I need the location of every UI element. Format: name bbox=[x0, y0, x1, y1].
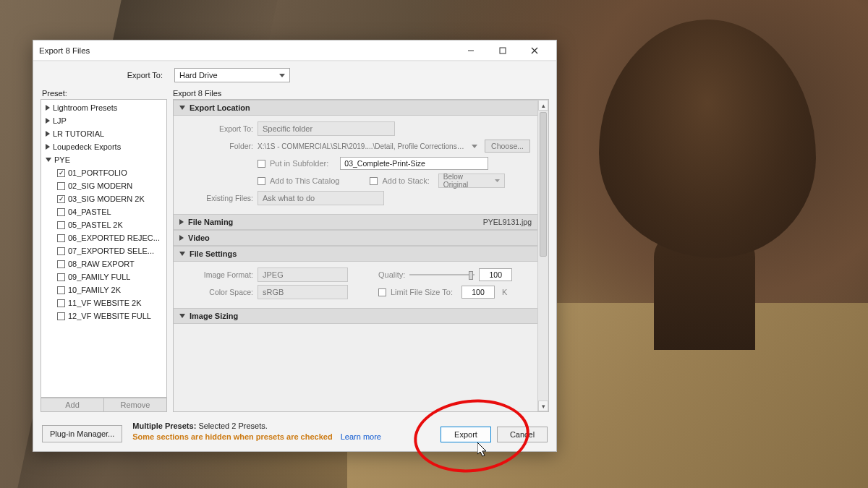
preset-item[interactable]: 06_EXPORTED REJEC... bbox=[41, 231, 166, 244]
chevron-right-icon bbox=[179, 219, 184, 225]
checkbox-icon[interactable] bbox=[57, 299, 65, 307]
checkbox-icon[interactable] bbox=[57, 169, 65, 177]
preset-group[interactable]: Loupedeck Exports bbox=[41, 140, 166, 153]
preset-listbox[interactable]: Lightroom Presets LJP LR TUTORIAL Louped… bbox=[41, 99, 167, 398]
stack-position-select[interactable]: Below Original bbox=[438, 174, 505, 188]
chevron-down-icon bbox=[495, 179, 500, 182]
svg-rect-1 bbox=[500, 48, 506, 53]
preset-group[interactable]: LJP bbox=[41, 114, 166, 127]
preset-heading: Preset: bbox=[41, 89, 167, 98]
limit-filesize-checkbox[interactable] bbox=[378, 288, 386, 296]
checkbox-icon[interactable] bbox=[57, 260, 65, 268]
quality-slider[interactable] bbox=[409, 270, 475, 280]
chevron-down-icon bbox=[279, 74, 285, 77]
preset-item[interactable]: 04_PASTEL bbox=[41, 205, 166, 218]
existing-files-select[interactable]: Ask what to do bbox=[258, 191, 384, 205]
quality-input[interactable]: 100 bbox=[479, 268, 512, 281]
chevron-right-icon bbox=[179, 235, 184, 241]
checkbox-icon[interactable] bbox=[57, 247, 65, 255]
preset-group[interactable]: PYE bbox=[41, 153, 166, 166]
checkbox-icon[interactable] bbox=[57, 273, 65, 281]
chevron-down-icon bbox=[179, 314, 185, 318]
titlebar: Export 8 Files bbox=[33, 40, 556, 61]
export-to-label: Export To: bbox=[41, 71, 167, 80]
settings-pane: Export 8 Files Export Location Export To… bbox=[173, 89, 549, 412]
close-button[interactable] bbox=[519, 43, 550, 59]
limit-filesize-input[interactable]: 100 bbox=[461, 286, 495, 299]
svg-marker-5 bbox=[472, 145, 477, 148]
add-to-stack-checkbox[interactable] bbox=[370, 177, 378, 185]
folder-label: Folder: bbox=[181, 142, 253, 150]
export-to-field-label: Export To: bbox=[181, 124, 253, 133]
export-dialog: Export 8 Files Export To: Hard Drive Pre… bbox=[33, 40, 557, 452]
scroll-down-icon[interactable]: ▾ bbox=[538, 401, 548, 411]
choose-folder-button[interactable]: Choose... bbox=[485, 140, 530, 153]
preset-item[interactable]: 09_FAMILY FULL bbox=[41, 270, 166, 283]
put-in-subfolder-label: Put in Subfolder: bbox=[270, 159, 328, 168]
export-to-value: Hard Drive bbox=[179, 71, 218, 80]
checkbox-icon[interactable] bbox=[57, 286, 65, 294]
preset-item[interactable]: 02_SIG MODERN bbox=[41, 179, 166, 192]
footer-message: Multiple Presets: Selected 2 Presets. So… bbox=[132, 421, 430, 442]
preset-item[interactable]: 03_SIG MODERN 2K bbox=[41, 192, 166, 205]
quality-label: Quality: bbox=[378, 270, 405, 279]
preset-sidebar: Preset: Lightroom Presets LJP LR TUTORIA… bbox=[41, 89, 167, 412]
minimize-button[interactable] bbox=[455, 43, 487, 59]
window-title: Export 8 Files bbox=[39, 46, 455, 55]
section-body-export-location: Export To: Specific folder Folder: X:\1S… bbox=[174, 116, 537, 214]
add-preset-button[interactable]: Add bbox=[41, 398, 104, 412]
add-to-catalog-checkbox[interactable] bbox=[258, 177, 265, 185]
checkbox-icon[interactable] bbox=[57, 195, 65, 203]
export-to-folder-select[interactable]: Specific folder bbox=[258, 121, 395, 136]
export-to-select[interactable]: Hard Drive bbox=[174, 68, 290, 82]
learn-more-link[interactable]: Learn more bbox=[341, 432, 381, 441]
section-header-file-naming[interactable]: File Naming PYEL9131.jpg bbox=[174, 214, 537, 230]
preset-item[interactable]: 11_VF WEBSITE 2K bbox=[41, 296, 166, 309]
preset-item[interactable]: 10_FAMILY 2K bbox=[41, 283, 166, 296]
checkbox-icon[interactable] bbox=[57, 312, 65, 320]
settings-scrollbar[interactable]: ▴ ▾ bbox=[537, 100, 548, 411]
export-to-row: Export To: Hard Drive bbox=[33, 61, 556, 89]
checkbox-icon[interactable] bbox=[57, 221, 65, 229]
settings-scroll: Export Location Export To: Specific fold… bbox=[173, 99, 549, 412]
preset-group[interactable]: Lightroom Presets bbox=[41, 101, 166, 114]
section-body-file-settings: Image Format: JPEG Quality: bbox=[174, 262, 537, 308]
checkbox-icon[interactable] bbox=[57, 208, 65, 216]
subfolder-input[interactable]: 03_Complete-Print-Size bbox=[340, 157, 488, 170]
section-header-image-sizing[interactable]: Image Sizing bbox=[174, 308, 537, 324]
chevron-down-icon bbox=[179, 252, 185, 256]
folder-path: X:\1S - COMMERCIAL\SLR\2019....\Detail, … bbox=[258, 142, 464, 150]
preset-item[interactable]: 08_RAW EXPORT bbox=[41, 257, 166, 270]
maximize-button[interactable] bbox=[487, 43, 519, 59]
plugin-manager-button[interactable]: Plug-in Manager... bbox=[42, 425, 122, 442]
preset-item[interactable]: 12_VF WEBSITE FULL bbox=[41, 309, 166, 322]
checkbox-icon[interactable] bbox=[57, 234, 65, 242]
cancel-button[interactable]: Cancel bbox=[497, 427, 548, 442]
chevron-down-icon[interactable] bbox=[472, 145, 477, 148]
preset-item[interactable]: 01_PORTFOLIO bbox=[41, 166, 166, 179]
svg-marker-4 bbox=[279, 74, 285, 77]
export-button[interactable]: Export bbox=[441, 427, 491, 442]
existing-files-label: Existing Files: bbox=[181, 194, 253, 202]
image-format-select[interactable]: JPEG bbox=[258, 267, 348, 282]
color-space-label: Color Space: bbox=[181, 288, 253, 296]
scroll-up-icon[interactable]: ▴ bbox=[538, 100, 548, 111]
section-header-export-location[interactable]: Export Location bbox=[174, 100, 537, 116]
section-header-video[interactable]: Video bbox=[174, 230, 537, 246]
limit-filesize-label: Limit File Size To: bbox=[391, 288, 453, 296]
scroll-thumb[interactable] bbox=[540, 112, 547, 257]
remove-preset-button[interactable]: Remove bbox=[103, 398, 167, 412]
dialog-footer: Plug-in Manager... Multiple Presets: Sel… bbox=[33, 415, 556, 451]
add-to-catalog-label: Add to This Catalog bbox=[270, 176, 339, 185]
checkbox-icon[interactable] bbox=[57, 182, 65, 190]
section-header-file-settings[interactable]: File Settings bbox=[174, 246, 537, 262]
put-in-subfolder-checkbox[interactable] bbox=[258, 160, 265, 168]
color-space-select[interactable]: sRGB bbox=[258, 285, 348, 299]
preset-item[interactable]: 05_PASTEL 2K bbox=[41, 218, 166, 231]
limit-filesize-unit: K bbox=[502, 288, 507, 296]
preset-group[interactable]: LR TUTORIAL bbox=[41, 127, 166, 140]
add-to-stack-label: Add to Stack: bbox=[382, 176, 429, 185]
preset-item[interactable]: 07_EXPORTED SELE... bbox=[41, 244, 166, 257]
settings-heading: Export 8 Files bbox=[173, 89, 549, 98]
file-naming-example: PYEL9131.jpg bbox=[483, 218, 532, 226]
